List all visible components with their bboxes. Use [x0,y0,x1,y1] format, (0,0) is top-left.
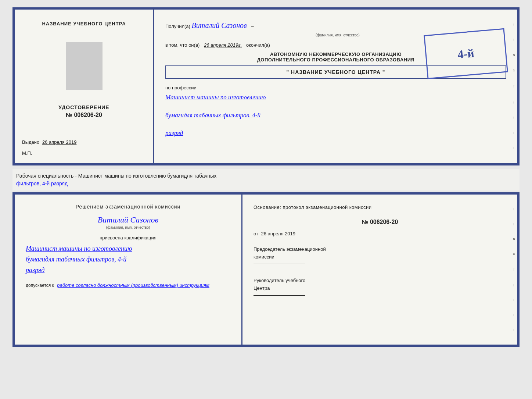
predsed-line2: комиссии [254,253,506,261]
ruk-sign-line [254,295,305,296]
cert-left-panel: НАЗВАНИЕ УЧЕБНОГО ЦЕНТРА УДОСТОВЕРЕНИЕ №… [15,10,154,163]
cert-right-panel: Получил(а) Виталий Сазонов – (фамилия, и… [154,10,517,163]
bot-side-i: и [512,238,516,240]
bot-side-dash1: – [512,208,516,210]
stamp-number: 4-й [457,46,475,61]
bot-side-dash4: – [512,299,516,301]
cert-professiya-block: по профессии Машинист машины по изготовл… [165,84,506,138]
bot-name-sub: (фамилия, имя, отчество) [26,225,230,229]
bot-ot-block: от 26 апреля 2019 [254,231,506,236]
cert-photo [66,42,103,90]
side-mark-dash5: – [512,132,516,134]
bot-osnov: Основание: протокол экзаменационной коми… [254,204,506,211]
side-mark-dash1: – [512,24,516,26]
side-marks: – – и а ← – – – – [511,10,517,163]
separator-section: Рабочая специальность - Машинист машины … [12,169,520,190]
bot-side-arrow: ← [512,268,516,271]
bot-kvalif3: разряд [26,265,230,275]
bot-side-dash6: – [512,329,516,331]
bot-name: Виталий Сазонов [26,215,230,225]
cert-udost-label: УДОСТОВЕРЕНИЕ [58,104,109,110]
certificate-top: НАЗВАНИЕ УЧЕБНОГО ЦЕНТРА УДОСТОВЕРЕНИЕ №… [12,7,520,165]
bot-number: № 006206-20 [254,219,506,225]
cert-name-dash: – [251,24,254,29]
predsed-line1: Председатель экзаменационной [254,246,506,253]
side-mark-dash2: – [512,39,516,41]
separator-text-underline: фильтров, 4-й разряд [16,181,68,186]
ruk-line1: Руководитель учебного [254,277,506,285]
dopusk-val: работе согласно должностным (производств… [57,282,209,288]
bot-side-dash2: – [512,223,516,225]
side-mark-dash4: – [512,117,516,119]
side-mark-arrow: ← [512,85,516,88]
dopusk-prefix: допускается к [26,283,54,288]
side-mark-i: и [512,54,516,56]
cert-bot-right: Основание: протокол экзаменационной коми… [242,195,517,345]
vtom-prefix: в том, что он(а) [165,42,200,48]
bot-kvalif2: бумагидля табачных фильтров, 4-й [26,254,230,265]
bot-side-dash5: – [512,314,516,316]
professiya-razryad: разряд [165,128,506,138]
vydano-date: 26 апреля 2019 [42,139,77,145]
cert-mp: М.П. [22,150,32,156]
bot-prisvoena: присвоена квалификация [26,235,230,241]
cert-stamp: 4-й [424,28,508,79]
certificate-bottom: Решением экзаменационной комиссии Витали… [12,192,520,347]
bot-dopusk-block: допускается к работе согласно должностны… [26,282,230,288]
bot-right-side-marks: – – и а ← – – – – [511,195,517,345]
bot-predsed-block: Председатель экзаменационной комиссии [254,246,506,264]
professiya-name2: бумагидля табачных фильтров, 4-й [165,111,506,120]
bot-side-dash3: – [512,284,516,286]
ot-prefix: от [254,231,258,236]
poluchil-prefix: Получил(а) [165,24,190,29]
ruk-line2: Центра [254,285,506,292]
predsed-sign-line [254,264,305,264]
cert-left-title: НАЗВАНИЕ УЧЕБНОГО ЦЕНТРА [42,21,126,27]
bot-side-a: а [512,253,516,255]
professiya-label: по профессии [165,85,197,90]
vtom-date: 26 апреля 2019г. [204,42,242,48]
ot-date: 26 апреля 2019 [261,231,296,236]
side-mark-dash3: – [512,101,516,104]
bot-title: Решением экзаменационной комиссии [26,204,230,210]
side-mark-dash6: – [512,147,516,149]
cert-udost-block: УДОСТОВЕРЕНИЕ № 006206-20 [58,104,109,118]
professiya-name1: Машинист машины по изготовлению [165,93,506,102]
vydano-label: Выдано [22,139,39,145]
separator-text-prefix: Рабочая специальность - Машинист машины … [16,173,216,179]
cert-vydano: Выдано 26 апреля 2019 [22,139,146,145]
side-mark-a: а [512,70,516,72]
cert-udost-number: № 006206-20 [58,112,109,118]
cert-bot-left: Решением экзаменационной комиссии Витали… [15,195,242,345]
bot-kvalif1: Машинист машины по изготовлению [26,243,230,254]
cert-recipient-name: Виталий Сазонов [192,21,247,29]
okonchil-label: окончил(а) [246,42,270,48]
bot-ruk-block: Руководитель учебного Центра [254,277,506,296]
